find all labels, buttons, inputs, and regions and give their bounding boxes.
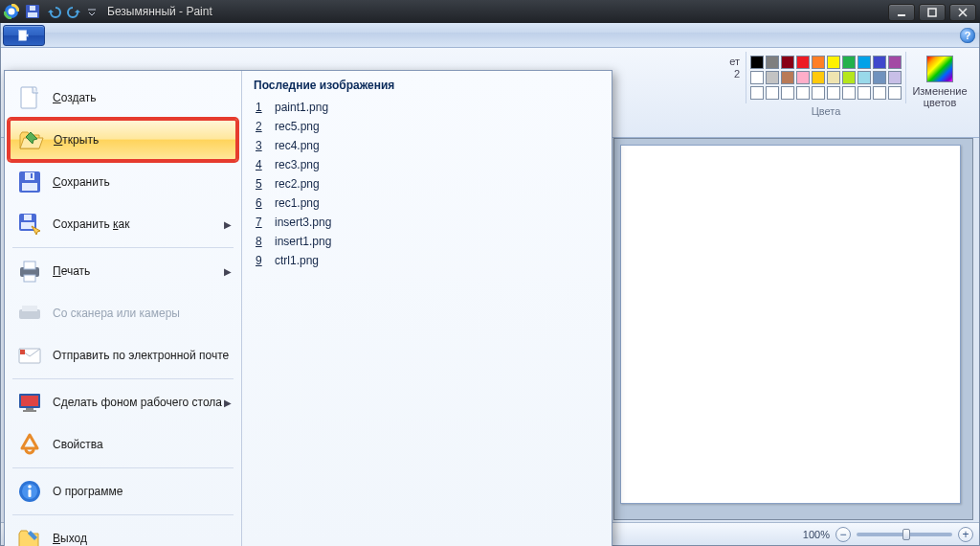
recent-file-item[interactable]: 9 ctrl1.png xyxy=(254,251,600,270)
zoom-in-button[interactable]: + xyxy=(958,527,973,542)
color-swatch[interactable] xyxy=(827,71,840,84)
qat-save-icon[interactable] xyxy=(23,2,42,21)
color-swatch[interactable] xyxy=(827,86,840,100)
ribbon-tab-bar: ? xyxy=(1,23,979,48)
menu-item-create[interactable]: Создать xyxy=(9,77,237,119)
recent-file-item[interactable]: 3 rec4.png xyxy=(254,136,600,155)
wallpaper-icon xyxy=(16,389,43,416)
title-bar: Безымянный - Paint xyxy=(0,0,980,23)
color-swatch[interactable] xyxy=(766,71,779,84)
color-swatch[interactable] xyxy=(812,86,825,100)
svg-rect-20 xyxy=(22,306,37,311)
color-swatch[interactable] xyxy=(842,56,856,69)
color-swatch[interactable] xyxy=(842,71,856,84)
recent-file-item[interactable]: 8 insert1.png xyxy=(254,232,600,251)
qat-customize-icon[interactable] xyxy=(86,2,98,21)
print-icon xyxy=(16,258,43,284)
edit-colors-button[interactable]: Изменение цветов xyxy=(906,52,973,112)
color-swatch[interactable] xyxy=(827,56,840,69)
recent-file-item[interactable]: 7 insert3.png xyxy=(254,213,600,232)
recent-file-item[interactable]: 6 rec1.png xyxy=(254,193,600,213)
color-swatch[interactable] xyxy=(766,56,779,69)
color-swatch[interactable] xyxy=(796,86,810,100)
color-swatch[interactable] xyxy=(858,56,871,69)
zoom-out-button[interactable]: − xyxy=(835,527,851,542)
color-swatch[interactable] xyxy=(750,71,764,84)
email-icon xyxy=(16,342,43,369)
menu-item-properties[interactable]: Свойства xyxy=(9,423,237,466)
color-swatch[interactable] xyxy=(796,71,810,84)
color-swatch[interactable] xyxy=(766,86,779,100)
open-folder-icon xyxy=(17,126,44,153)
recent-file-item[interactable]: 5 rec2.png xyxy=(254,174,600,193)
zoom-slider[interactable] xyxy=(857,533,952,536)
menu-separator xyxy=(12,378,234,379)
minimize-button[interactable] xyxy=(888,4,915,21)
svg-rect-22 xyxy=(20,350,25,354)
color-swatch[interactable] xyxy=(873,86,886,100)
canvas-area[interactable] xyxy=(613,138,973,520)
chevron-right-icon: ▶ xyxy=(224,398,232,408)
color-swatch[interactable] xyxy=(888,56,902,69)
svg-rect-3 xyxy=(28,12,37,17)
color-swatch[interactable] xyxy=(812,71,825,84)
svg-rect-7 xyxy=(19,30,27,40)
menu-item-wallpaper[interactable]: Сделать фоном рабочего стола ▶ xyxy=(9,381,237,423)
svg-rect-6 xyxy=(928,9,936,16)
recent-file-item[interactable]: 1 paint1.png xyxy=(254,98,600,117)
color-swatch[interactable] xyxy=(873,71,886,84)
menu-item-open[interactable]: Открыть xyxy=(9,119,237,161)
color-swatch[interactable] xyxy=(858,71,871,84)
menu-item-exit[interactable]: Выход xyxy=(9,517,237,546)
qat-redo-icon[interactable] xyxy=(65,2,84,21)
menu-item-about[interactable]: О программе xyxy=(9,470,237,512)
menu-item-email[interactable]: Отправить по электронной почте xyxy=(9,334,237,376)
colors-group-label: Цвета xyxy=(812,105,841,117)
recent-file-item[interactable]: 4 rec3.png xyxy=(254,155,600,174)
canvas[interactable] xyxy=(620,145,961,504)
save-as-icon xyxy=(16,211,43,238)
zoom-percent: 100% xyxy=(803,529,830,540)
color-swatch[interactable] xyxy=(888,86,902,100)
color-palette[interactable] xyxy=(746,52,906,103)
color-swatch[interactable] xyxy=(812,56,825,69)
file-menu-recent: Последние изображения 1 paint1.png2 rec5… xyxy=(242,71,612,546)
svg-point-1 xyxy=(9,9,15,15)
ribbon-group-colors: Цвета xyxy=(746,52,906,117)
recent-file-item[interactable]: 2 rec5.png xyxy=(254,117,600,136)
zoom-slider-thumb[interactable] xyxy=(902,529,910,540)
menu-separator xyxy=(12,514,234,515)
info-icon xyxy=(16,478,43,505)
new-file-icon xyxy=(16,84,43,111)
scanner-icon xyxy=(16,300,43,327)
maximize-button[interactable] xyxy=(919,4,946,21)
color-swatch[interactable] xyxy=(796,56,810,69)
chevron-right-icon: ▶ xyxy=(224,219,232,230)
properties-icon xyxy=(16,431,43,458)
menu-item-save-as[interactable]: Сохранить как ▶ xyxy=(9,203,237,245)
app-surface: ? ет 2 Цвета Изменение цветов 100% − xyxy=(0,23,980,546)
close-button[interactable] xyxy=(949,4,976,21)
svg-rect-29 xyxy=(29,489,32,497)
color-swatch[interactable] xyxy=(858,86,871,100)
exit-icon xyxy=(16,525,43,546)
color-swatch[interactable] xyxy=(781,86,794,100)
file-tab-button[interactable] xyxy=(3,25,45,46)
zoom-controls: 100% − + xyxy=(803,527,973,542)
color-swatch[interactable] xyxy=(781,56,794,69)
color-swatch[interactable] xyxy=(842,86,856,100)
menu-item-print[interactable]: Печать ▶ xyxy=(9,250,237,292)
svg-rect-15 xyxy=(24,215,32,220)
color-swatch[interactable] xyxy=(873,56,886,69)
menu-item-save[interactable]: Сохранить xyxy=(9,161,237,203)
rainbow-icon xyxy=(926,56,953,82)
qat-undo-icon[interactable] xyxy=(44,2,63,21)
color-swatch[interactable] xyxy=(750,86,764,100)
svg-rect-24 xyxy=(21,396,38,406)
color-swatch[interactable] xyxy=(750,56,764,69)
color-swatch[interactable] xyxy=(781,71,794,84)
help-button[interactable]: ? xyxy=(960,28,975,43)
svg-rect-12 xyxy=(31,173,33,178)
ribbon-group-partial-1: ет 2 xyxy=(723,52,742,84)
color-swatch[interactable] xyxy=(888,71,902,84)
